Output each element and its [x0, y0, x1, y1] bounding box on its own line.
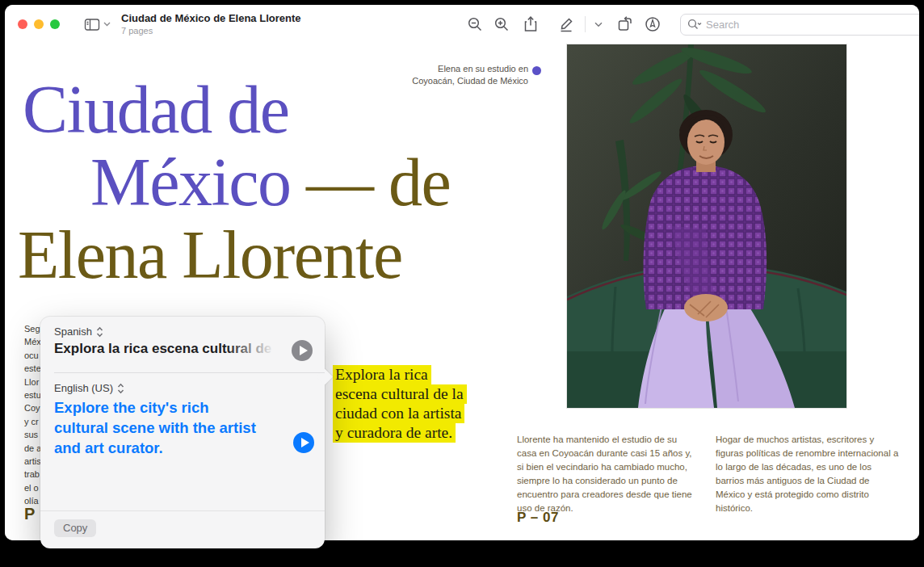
body-column-1: Llorente ha mantenido el estudio de su c…: [517, 433, 696, 515]
left-col-line: y cr: [24, 415, 41, 428]
zoom-in-button[interactable]: [492, 15, 511, 34]
search-icon: [687, 19, 702, 30]
highlight-line: Explora la rica: [333, 365, 431, 384]
photo-caption-line-2: Coyoacán, Ciudad de México: [384, 75, 528, 87]
left-col-line: Llor: [24, 376, 41, 388]
play-translation-audio-button[interactable]: [293, 432, 314, 453]
highlighted-selection[interactable]: Explora la rica escena cultural de la ci…: [333, 365, 467, 443]
left-col-line: Méx: [24, 335, 41, 348]
translated-text: Explore the city's rich cultural scene w…: [54, 397, 296, 458]
title-bar: Ciudad de México de Elena Llorente 7 pag…: [5, 5, 919, 44]
headline-line-1: Ciudad de: [23, 76, 288, 144]
highlight-line: ciudad con la artista: [333, 404, 464, 423]
left-page-number: P: [24, 505, 35, 523]
left-col-line: estu: [24, 388, 41, 401]
source-text: Explora la rica escena cultural de la: [54, 341, 287, 357]
photo-caption: Elena en su estudio en Coyoacán, Ciudad …: [384, 63, 528, 86]
markup-options-chevron[interactable]: [593, 15, 604, 34]
search-input[interactable]: Search: [680, 14, 919, 36]
target-language-label: English (US): [54, 382, 113, 394]
document-title: Ciudad de México de Elena Llorente: [121, 13, 301, 25]
translation-popover: Spanish Explora la rica escena cultural …: [40, 317, 325, 548]
updown-chevron-icon: [96, 326, 103, 338]
annotate-circle-button[interactable]: [643, 15, 662, 34]
document-title-block: Ciudad de México de Elena Llorente 7 pag…: [121, 13, 301, 36]
search-placeholder: Search: [706, 19, 739, 31]
left-col-line: artis: [24, 455, 41, 468]
minimize-button[interactable]: [34, 19, 44, 29]
rotate-button[interactable]: [615, 15, 635, 34]
updown-chevron-icon: [117, 383, 124, 394]
left-col-line: trab: [24, 468, 41, 481]
popover-divider: [54, 372, 325, 373]
translated-line: Explore the city's rich: [54, 397, 296, 418]
left-col-line: este: [24, 362, 41, 375]
sidebar-toggle-button[interactable]: [84, 18, 111, 32]
left-text-column: Seg Méx ocu este Llor estu Coy y cr sus …: [24, 322, 41, 508]
left-col-line: Seg: [24, 322, 41, 335]
highlight-line: y curadora de arte.: [333, 423, 456, 443]
source-text-fade: [226, 341, 287, 357]
left-col-line: Coy: [24, 401, 41, 414]
left-col-line: sus: [24, 428, 41, 441]
chevron-down-icon: [103, 22, 111, 27]
body-column-2: Hogar de muchos artistas, escritores y f…: [716, 433, 901, 515]
traffic-lights: [18, 19, 60, 29]
photo-caption-line-1: Elena en su estudio en: [384, 63, 528, 75]
target-language-selector[interactable]: English (US): [54, 382, 124, 394]
copy-button[interactable]: Copy: [54, 519, 96, 537]
left-col-line: ocu: [24, 349, 41, 362]
page-count: 7 pages: [121, 26, 301, 36]
headline-line-2-accent: México: [90, 145, 291, 220]
headline-line-2-rest: — de: [291, 145, 451, 220]
source-language-label: Spanish: [54, 326, 92, 338]
caption-bullet-dot: [532, 66, 541, 75]
source-language-selector[interactable]: Spanish: [54, 326, 103, 338]
play-source-audio-button[interactable]: [292, 340, 313, 361]
left-col-line: de a: [24, 442, 41, 455]
right-page-number: P – 07: [517, 510, 559, 526]
toolbar: Search: [465, 5, 919, 44]
popover-footer: Copy: [40, 510, 325, 548]
share-button[interactable]: [521, 15, 540, 34]
translated-line: cultural scene with the artist: [54, 418, 296, 438]
close-button[interactable]: [18, 19, 27, 29]
headline-line-3: Elena Llorente: [18, 221, 402, 289]
zoom-window-button[interactable]: [50, 19, 60, 29]
translated-line: and art curator.: [54, 438, 296, 458]
zoom-out-button[interactable]: [465, 15, 485, 34]
toolbar-separator: [585, 16, 586, 32]
highlight-line: escena cultural de la: [333, 384, 467, 404]
markup-pen-button[interactable]: [556, 15, 576, 34]
left-col-line: el o: [24, 481, 41, 494]
headline-line-2: México — de: [90, 149, 450, 216]
sidebar-icon: [84, 18, 100, 32]
photo-elena: [566, 44, 847, 409]
